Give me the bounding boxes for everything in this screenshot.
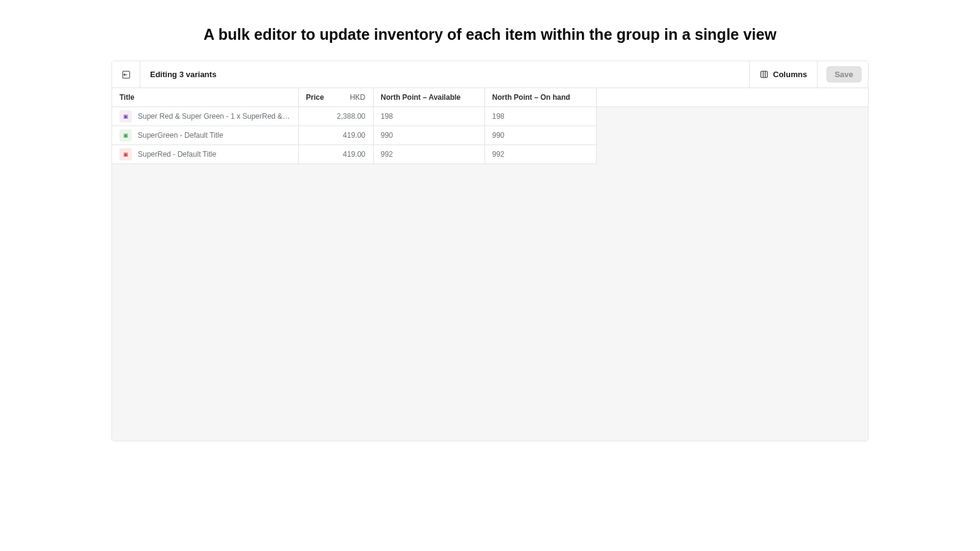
product-title-text: Super Red & Super Green - 1 x SuperRed &…: [138, 112, 291, 121]
cell-available[interactable]: 992: [373, 145, 484, 164]
header-title: Title: [112, 88, 298, 107]
cell-empty: [596, 126, 868, 145]
cell-onhand[interactable]: 992: [484, 145, 596, 164]
page-heading: A bulk editor to update inventory of eac…: [0, 0, 980, 61]
cell-price[interactable]: 419.00: [298, 145, 373, 164]
header-available: North Point – Available: [373, 88, 484, 107]
cell-title[interactable]: ▣SuperRed - Default Title: [112, 145, 298, 164]
bulk-editor-panel: Editing 3 variants Columns Save Title: [111, 61, 869, 441]
product-title-text: SuperGreen - Default Title: [138, 131, 223, 140]
header-onhand: North Point – On hand: [484, 88, 596, 107]
editor-toolbar: Editing 3 variants Columns Save: [112, 61, 868, 88]
product-thumbnail: ▣: [119, 110, 132, 122]
cell-empty: [596, 107, 868, 126]
cell-onhand[interactable]: 990: [484, 126, 596, 145]
cell-available[interactable]: 198: [373, 107, 484, 126]
header-price-label: Price: [306, 93, 324, 102]
columns-label: Columns: [773, 70, 807, 79]
cell-title[interactable]: ▣Super Red & Super Green - 1 x SuperRed …: [112, 107, 298, 126]
toolbar-actions: Columns Save: [749, 61, 868, 88]
header-empty: [596, 88, 868, 107]
table-row[interactable]: ▣SuperGreen - Default Title419.00990990: [112, 126, 868, 145]
table-row[interactable]: ▣Super Red & Super Green - 1 x SuperRed …: [112, 107, 868, 126]
variant-table: Title Price HKD North Point – Available …: [112, 88, 868, 164]
toolbar-title: Editing 3 variants: [140, 70, 749, 79]
exit-icon: [121, 70, 131, 80]
header-price: Price HKD: [298, 88, 373, 107]
svg-rect-1: [761, 71, 767, 78]
table-header-row: Title Price HKD North Point – Available …: [112, 88, 868, 107]
product-thumbnail: ▣: [119, 148, 132, 160]
back-button[interactable]: [112, 61, 140, 88]
cell-price[interactable]: 419.00: [298, 126, 373, 145]
columns-button[interactable]: Columns: [749, 61, 818, 88]
header-currency: HKD: [350, 93, 365, 102]
table-row[interactable]: ▣SuperRed - Default Title419.00992992: [112, 145, 868, 164]
editor-empty-area: [112, 164, 868, 441]
cell-empty: [596, 145, 868, 164]
product-title-text: SuperRed - Default Title: [138, 150, 216, 159]
cell-price[interactable]: 2,388.00: [298, 107, 373, 126]
cell-available[interactable]: 990: [373, 126, 484, 145]
columns-icon: [760, 70, 769, 79]
cell-title[interactable]: ▣SuperGreen - Default Title: [112, 126, 298, 145]
cell-onhand[interactable]: 198: [484, 107, 596, 126]
save-button[interactable]: Save: [826, 66, 862, 83]
product-thumbnail: ▣: [119, 129, 132, 141]
